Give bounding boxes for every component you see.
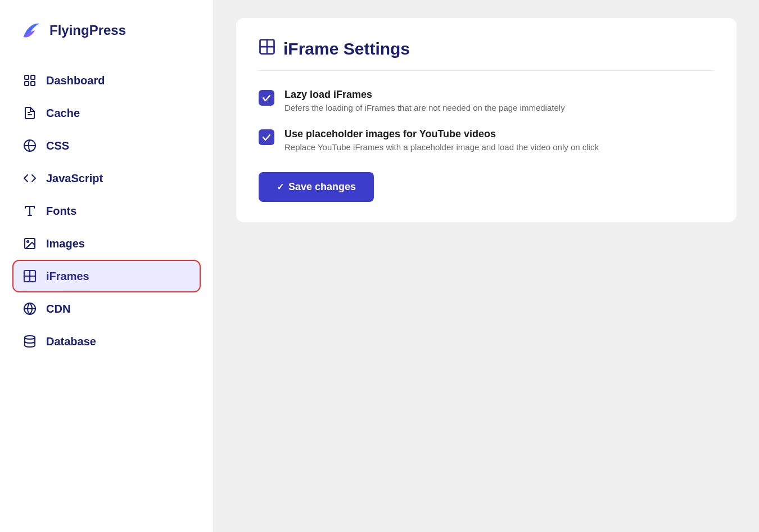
lazy-load-checkbox[interactable] (259, 90, 274, 106)
dashboard-icon (22, 73, 37, 88)
setting-placeholder-images: Use placeholder images for YouTube video… (259, 128, 714, 152)
page-title: iFrame Settings (283, 39, 410, 58)
check-icon: ✓ (277, 182, 284, 192)
css-label: CSS (46, 139, 69, 152)
save-button-label: Save changes (288, 181, 356, 193)
fonts-icon (22, 204, 37, 218)
iframes-label: iFrames (46, 270, 89, 283)
images-label: Images (46, 237, 85, 250)
content-card: iFrame Settings Lazy load iFrames Defers… (236, 18, 737, 222)
svg-rect-0 (25, 75, 29, 79)
sidebar-item-css[interactable]: CSS (13, 130, 200, 161)
sidebar-item-database[interactable]: Database (13, 326, 200, 357)
svg-rect-2 (25, 82, 29, 85)
sidebar-item-iframes[interactable]: iFrames (13, 261, 200, 291)
fonts-label: Fonts (46, 205, 76, 218)
placeholder-images-checkbox[interactable] (259, 129, 274, 145)
settings-list: Lazy load iFrames Defers the loading of … (259, 89, 714, 152)
database-label: Database (46, 335, 96, 348)
javascript-label: JavaScript (46, 172, 103, 185)
page-header-icon (259, 38, 275, 59)
placeholder-images-text: Use placeholder images for YouTube video… (284, 128, 599, 152)
lazy-load-title: Lazy load iFrames (284, 89, 565, 101)
brand-name: FlyingPress (49, 22, 126, 38)
svg-point-13 (25, 336, 35, 339)
sidebar-item-images[interactable]: Images (13, 228, 200, 259)
dashboard-label: Dashboard (46, 74, 105, 87)
save-button[interactable]: ✓ Save changes (259, 172, 374, 202)
svg-rect-3 (31, 82, 35, 85)
cdn-icon (22, 301, 37, 316)
sidebar-item-cdn[interactable]: CDN (13, 294, 200, 324)
lazy-load-text: Lazy load iFrames Defers the loading of … (284, 89, 565, 112)
placeholder-images-description: Replace YouTube iFrames with a placehold… (284, 142, 599, 152)
svg-point-7 (27, 241, 29, 242)
sidebar-item-cache[interactable]: Cache (13, 98, 200, 128)
logo-area: FlyingPress (13, 18, 200, 43)
iframes-icon (22, 269, 37, 283)
database-icon (22, 334, 37, 349)
sidebar-item-javascript[interactable]: JavaScript (13, 163, 200, 193)
cache-label: Cache (46, 107, 80, 120)
cdn-label: CDN (46, 303, 70, 315)
svg-rect-1 (31, 75, 35, 79)
css-icon (22, 138, 37, 153)
sidebar-nav: Dashboard Cache (13, 65, 200, 357)
sidebar: FlyingPress Dashboard (0, 0, 214, 532)
placeholder-images-title: Use placeholder images for YouTube video… (284, 128, 599, 140)
page-header: iFrame Settings (259, 38, 714, 71)
cache-icon (22, 106, 37, 120)
images-icon (22, 236, 37, 251)
logo-icon (18, 18, 43, 43)
sidebar-item-fonts[interactable]: Fonts (13, 196, 200, 226)
main-content: iFrame Settings Lazy load iFrames Defers… (214, 0, 759, 532)
sidebar-item-dashboard[interactable]: Dashboard (13, 65, 200, 96)
javascript-icon (22, 171, 37, 186)
lazy-load-description: Defers the loading of iFrames that are n… (284, 103, 565, 112)
setting-lazy-load: Lazy load iFrames Defers the loading of … (259, 89, 714, 112)
